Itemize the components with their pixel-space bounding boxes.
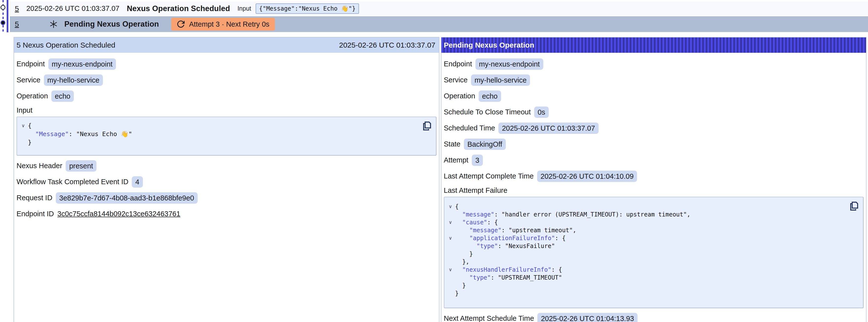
event-row-nexus-operation-scheduled[interactable]: 5 2025-02-26 UTC 01:03:37.07 Nexus Opera…	[10, 1, 868, 15]
field-row-workflow-task-completed-event-id: Workflow Task Completed Event ID4	[17, 176, 436, 188]
timeline-active-bar	[7, 0, 8, 32]
pending-event-id-link[interactable]: 5	[15, 20, 19, 28]
event-timestamp: 2025-02-26 UTC 01:03:37.07	[26, 4, 119, 12]
json-line: },	[446, 258, 846, 266]
json-text: "Message": "Nexus Echo 👋"	[28, 130, 132, 138]
gutter-spacer	[446, 258, 455, 266]
json-line: ∨ "applicationFailureInfo": {	[446, 234, 846, 242]
field-value-badge: echo	[51, 91, 74, 102]
field-row-state: StateBackingOff	[444, 138, 864, 150]
field-value-badge: my-nexus-endpoint	[475, 58, 543, 70]
chevron-down-icon[interactable]: ∨	[446, 219, 455, 226]
event-detail-panels: 5 Nexus Operation Scheduled 2025-02-26 U…	[13, 37, 867, 322]
field-label: Schedule To Close Timeout	[444, 108, 531, 116]
json-line: ∨{	[446, 203, 846, 211]
field-value-badge: 2025-02-26 UTC 01:03:37.07	[498, 123, 598, 134]
json-text: "cause": {	[455, 219, 498, 226]
field-value-badge: my-hello-service	[44, 74, 103, 86]
field-row-service: Servicemy-hello-service	[17, 74, 436, 86]
gutter-spacer	[446, 242, 455, 250]
field-value-link[interactable]: 3c0c75ccfa8144b092c13ce632463761	[58, 210, 180, 218]
gutter-spacer	[446, 211, 455, 219]
json-text: "type": "NexusFailure"	[455, 242, 555, 250]
field-label: Service	[17, 76, 40, 84]
gutter-spacer	[446, 289, 455, 297]
field-row-service: Servicemy-hello-service	[444, 74, 864, 86]
input-json-viewer: ∨{ "Message": "Nexus Echo 👋"}	[17, 117, 436, 156]
field-row-endpoint: Endpointmy-nexus-endpoint	[17, 58, 436, 70]
json-line: }	[19, 138, 419, 147]
field-value-badge: present	[66, 160, 96, 171]
json-text: },	[455, 258, 469, 266]
timeline-node-open-icon	[0, 5, 5, 10]
panel-pending-nexus-operation: Pending Nexus Operation Endpointmy-nexus…	[441, 37, 867, 322]
json-line: "type": "UPSTREAM_TIMEOUT"	[446, 274, 846, 282]
chevron-down-icon[interactable]: ∨	[446, 203, 455, 211]
field-label: Operation	[444, 92, 475, 100]
right-fields-top: Endpointmy-nexus-endpointServicemy-hello…	[444, 58, 864, 182]
json-line: "Message": "Nexus Echo 👋"	[19, 130, 419, 138]
field-value-badge: echo	[479, 91, 501, 102]
json-text: }	[455, 282, 466, 289]
copy-button[interactable]	[849, 201, 859, 212]
event-input-preview-chip: {"Message":"Nexus Echo 👋"}	[256, 3, 359, 14]
failure-json-viewer: ∨{ "message": "handler error (UPSTREAM_T…	[444, 197, 864, 308]
chevron-down-icon[interactable]: ∨	[446, 234, 455, 242]
event-id-link[interactable]: 5	[15, 4, 19, 13]
field-label: Endpoint	[444, 60, 472, 68]
gutter-spacer	[446, 274, 455, 282]
field-label: State	[444, 140, 461, 148]
event-input-label: Input	[237, 5, 251, 12]
field-row-attempt: Attempt3	[444, 154, 864, 166]
field-label: Endpoint	[17, 60, 45, 68]
field-row-schedule-to-close-timeout: Schedule To Close Timeout0s	[444, 106, 864, 118]
field-row-nexus-header: Nexus Headerpresent	[17, 160, 436, 171]
failure-section-label: Last Attempt Failure	[444, 186, 864, 195]
json-line: ∨ "nexusHandlerFailureInfo": {	[446, 266, 846, 274]
field-value-badge: 0s	[534, 106, 549, 118]
left-panel-header: 5 Nexus Operation Scheduled 2025-02-26 U…	[14, 37, 439, 53]
chevron-down-icon[interactable]: ∨	[446, 266, 455, 274]
json-line: }	[446, 289, 846, 297]
field-label: Attempt	[444, 156, 469, 164]
input-section-label: Input	[17, 106, 436, 115]
field-row-request-id: Request ID3e829b7e-7d67-4b08-aad3-b1e868…	[17, 192, 436, 204]
json-text: }	[28, 138, 32, 147]
event-title: Nexus Operation Scheduled	[127, 4, 230, 13]
field-value-badge: 3e829b7e-7d67-4b08-aad3-b1e868bfe9e0	[56, 192, 198, 204]
right-panel-title: Pending Nexus Operation	[444, 41, 534, 49]
attempt-badge-text: Attempt 3 · Next Retry 0s	[189, 20, 270, 28]
copy-button[interactable]	[422, 121, 432, 131]
left-panel-title: 5 Nexus Operation Scheduled	[17, 41, 115, 49]
field-row-next-attempt-schedule-time: Next Attempt Schedule Time2025-02-26 UTC…	[444, 313, 864, 322]
attempt-retry-badge: Attempt 3 · Next Retry 0s	[171, 18, 275, 31]
json-line: ∨{	[19, 122, 419, 130]
field-value-badge: 2025-02-26 UTC 01:04:10.09	[537, 171, 637, 182]
field-label: Scheduled Time	[444, 124, 495, 132]
field-value-badge: 3	[472, 155, 483, 166]
field-label: Next Attempt Schedule Time	[444, 314, 534, 322]
left-fields-top: Endpointmy-nexus-endpointServicemy-hello…	[17, 58, 436, 102]
field-value-badge: 2025-02-26 UTC 01:04:13.93	[537, 313, 637, 322]
json-line: "type": "NexusFailure"	[446, 242, 846, 250]
chevron-down-icon[interactable]: ∨	[19, 122, 28, 130]
field-label: Operation	[17, 92, 48, 100]
field-label: Request ID	[17, 194, 52, 202]
gutter-spacer	[446, 250, 455, 258]
gutter-spacer	[446, 226, 455, 234]
json-text: {	[28, 122, 32, 130]
field-row-scheduled-time: Scheduled Time2025-02-26 UTC 01:03:37.07	[444, 122, 864, 134]
right-fields-bottom: Next Attempt Schedule Time2025-02-26 UTC…	[444, 313, 864, 322]
asterisk-icon	[49, 20, 58, 29]
left-panel-timestamp: 2025-02-26 UTC 01:03:37.07	[339, 41, 435, 49]
gutter-spacer	[446, 282, 455, 289]
field-value-badge: my-hello-service	[471, 74, 530, 86]
timeline-node-current-icon	[0, 20, 5, 25]
left-fields-bottom: Nexus HeaderpresentWorkflow Task Complet…	[17, 160, 436, 220]
event-row-pending-nexus-operation[interactable]: 5 Pending Nexus Operation Attempt 3 · Ne…	[10, 16, 868, 32]
json-line: }	[446, 282, 846, 289]
json-text: }	[455, 250, 473, 258]
json-text: "applicationFailureInfo": {	[455, 234, 566, 242]
field-label: Service	[444, 76, 468, 84]
json-line: }	[446, 250, 846, 258]
